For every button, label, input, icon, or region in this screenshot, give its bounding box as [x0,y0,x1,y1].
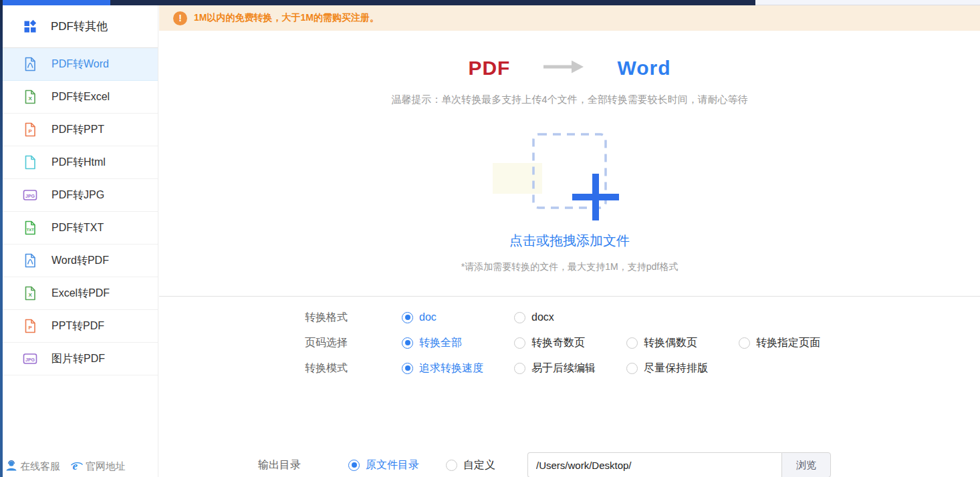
radio-icon[interactable] [446,460,457,471]
sidebar-item-8[interactable]: PPPT转PDF [0,310,158,343]
radio-option[interactable]: 原文件目录 [348,458,419,472]
sidebar-item-label: PDF转Word [51,57,109,71]
upload-area [159,133,980,209]
source-format: PDF [468,57,510,80]
pdf-doc-icon [22,56,38,72]
ie-globe-icon: e [70,459,84,474]
radio-icon[interactable] [402,363,413,374]
sidebar-item-7[interactable]: XExcel转PDF [0,277,158,310]
option-label: 页码选择 [305,336,365,350]
radio-option[interactable]: 尽量保持排版 [626,361,708,375]
sidebar-item-9[interactable]: JPG图片转PDF [0,343,158,375]
ppt-doc-icon: P [22,318,38,334]
sidebar-item-5[interactable]: TXTPDF转TXT [0,212,158,245]
radio-icon[interactable] [514,363,525,374]
top-strip-accent-segment [0,0,110,5]
radio-option-label: docx [531,311,554,323]
option-row: 转换模式追求转换速度易于后续编辑尽量保持排版 [159,355,980,381]
options-section: 转换格式docdocx页码选择转换全部转换奇数页转换偶数页转换指定页面转换模式追… [159,297,980,381]
radio-option[interactable]: 转换偶数页 [626,336,739,350]
excel-doc-icon: X [22,89,38,105]
sidebar: PDF转其他 PDF转WordXPDF转ExcelPPDF转PPTPDF转Htm… [0,5,158,477]
radio-option-label: 自定义 [463,458,495,472]
left-edge-strip [0,0,3,477]
sidebar-item-label: PDF转Html [51,156,106,170]
upload-note: *请添加需要转换的文件，最大支持1M，支持pdf格式 [159,261,980,273]
footer-link-label: 在线客服 [20,460,60,473]
radio-icon[interactable] [402,312,413,323]
sidebar-item-label: PDF转TXT [51,221,104,235]
target-format: Word [617,57,670,80]
sidebar-item-label: Word转PDF [51,254,109,268]
sidebar-item-label: PDF转JPG [51,188,104,202]
radio-option[interactable]: 转换奇数页 [514,336,626,350]
sidebar-item-3[interactable]: PDF转Html [0,146,158,179]
sidebar-item-6[interactable]: Word转PDF [0,245,158,277]
output-choices: 原文件目录自定义 [348,458,522,472]
banner-text: 1M以内的免费转换，大于1M的需购买注册。 [194,12,379,24]
radio-option[interactable]: docx [514,311,554,323]
sidebar-item-label: 图片转PDF [51,352,105,366]
output-label: 输出目录 [258,458,305,472]
sidebar-item-1[interactable]: XPDF转Excel [0,81,158,114]
sidebar-header: PDF转其他 [0,5,158,48]
svg-text:TXT: TXT [27,228,34,232]
sidebar-footer-link[interactable]: 在线客服 [5,459,60,474]
browse-button[interactable]: 浏览 [781,452,831,477]
jpg-badge-icon: JPG [22,187,38,203]
grid-icon [22,19,38,35]
output-path-group: 浏览 [527,452,831,477]
svg-text:JPG: JPG [25,194,35,198]
jpg-badge-icon: JPG [22,351,38,367]
notice-banner: ! 1M以内的免费转换，大于1M的需购买注册。 [159,5,980,31]
radio-icon[interactable] [626,337,638,349]
option-row: 转换格式docdocx [159,305,980,330]
svg-text:P: P [29,128,33,134]
svg-text:X: X [29,96,33,102]
main: ! 1M以内的免费转换，大于1M的需购买注册。 PDF Word 温馨提示：单次… [159,5,980,477]
option-label: 转换模式 [305,361,365,375]
output-path-input[interactable] [527,452,781,477]
upload-dropzone[interactable] [532,133,607,209]
radio-option-label: 转换指定页面 [756,336,820,350]
radio-option-label: 转换全部 [419,336,462,350]
radio-option-label: doc [419,311,437,323]
radio-icon[interactable] [514,312,525,323]
upload-cta[interactable]: 点击或拖拽添加文件 [159,232,980,250]
radio-icon[interactable] [348,460,360,471]
sidebar-menu: PDF转WordXPDF转ExcelPPDF转PPTPDF转HtmlJPGPDF… [0,48,158,375]
sidebar-item-label: PPT转PDF [51,319,104,333]
top-strip-dark-segment [110,0,755,5]
txt-doc-icon: TXT [22,220,38,236]
option-row: 页码选择转换全部转换奇数页转换偶数页转换指定页面 [159,330,980,355]
svg-text:e: e [73,460,78,472]
sidebar-item-2[interactable]: PPDF转PPT [0,114,158,146]
option-label: 转换格式 [305,311,365,325]
radio-icon[interactable] [626,363,638,374]
sidebar-item-label: PDF转Excel [51,90,110,104]
radio-option-label: 尽量保持排版 [644,361,708,375]
sidebar-header-label: PDF转其他 [51,19,108,34]
pdf-doc-icon [22,253,38,269]
sidebar-item-label: PDF转PPT [51,123,104,137]
radio-option-label: 转换奇数页 [531,336,585,350]
sidebar-footer: 在线客服e官网地址 [5,459,126,474]
sidebar-item-0[interactable]: PDF转Word [0,48,158,81]
footer-link-label: 官网地址 [86,460,126,473]
ppt-doc-icon: P [22,122,38,138]
sidebar-item-4[interactable]: JPGPDF转JPG [0,179,158,212]
support-agent-icon [5,459,18,474]
tip-text: 温馨提示：单次转换最多支持上传4个文件，全部转换需要较长时间，请耐心等待 [159,94,980,106]
radio-option[interactable]: 易于后续编辑 [514,361,626,375]
radio-icon[interactable] [514,337,525,349]
radio-option[interactable]: 追求转换速度 [402,361,514,375]
radio-option[interactable]: 转换指定页面 [739,336,820,350]
radio-icon[interactable] [739,337,750,349]
radio-option[interactable]: doc [402,311,514,323]
sidebar-footer-link[interactable]: e官网地址 [70,459,126,474]
radio-icon[interactable] [402,337,413,349]
radio-option[interactable]: 转换全部 [402,336,514,350]
svg-text:JPG: JPG [25,357,35,362]
radio-option[interactable]: 自定义 [446,458,495,472]
sidebar-item-label: Excel转PDF [51,287,110,301]
